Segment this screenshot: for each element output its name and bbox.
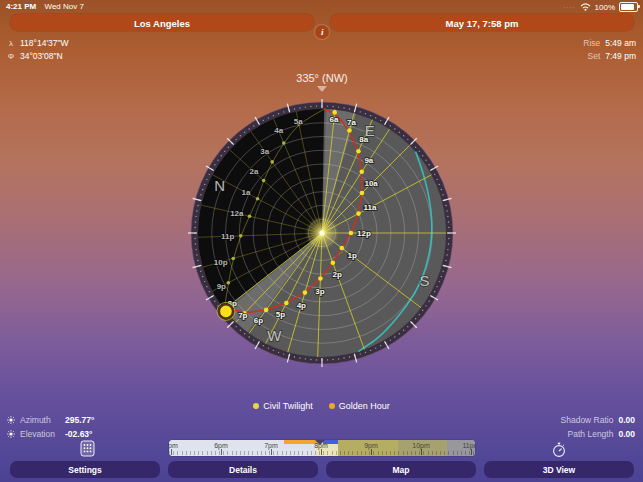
rise-label: Rise	[583, 38, 600, 48]
svg-text:3a: 3a	[260, 147, 269, 156]
longitude-icon: λ	[7, 39, 15, 48]
cardinal-W: W	[267, 327, 282, 344]
longitude-row: λ 118°14'37"W	[7, 38, 69, 48]
svg-text:7a: 7a	[347, 118, 356, 127]
hour-tick	[321, 449, 322, 455]
slider-hour-label: 9pm	[364, 442, 378, 449]
sun-compass-dial[interactable]: 6a7a8a9a10a11a12p1p2p3p4p5p6p7p8p9p10p11…	[157, 88, 487, 378]
legend-label: Civil Twilight	[263, 401, 312, 411]
cellular-signal-icon: ····	[564, 4, 576, 10]
nav-details-button[interactable]: Details	[168, 461, 318, 478]
civil-twilight-dot-icon	[253, 403, 259, 409]
svg-text:2a: 2a	[250, 167, 259, 176]
svg-text:1a: 1a	[242, 188, 251, 197]
latitude-value: 34°03'08"N	[20, 51, 63, 61]
datetime-button[interactable]: May 17, 7:58 pm	[330, 14, 634, 31]
latitude-icon: Φ	[7, 52, 15, 61]
azimuth-readout: Azimuth 295.77°	[7, 415, 94, 425]
legend-golden-hour: Golden Hour	[329, 401, 390, 411]
svg-text:3p: 3p	[315, 287, 324, 296]
hour-tick	[471, 449, 472, 455]
svg-text:1p: 1p	[348, 251, 357, 260]
hour-tick	[421, 449, 422, 455]
hour-tick	[371, 449, 372, 455]
svg-text:6p: 6p	[254, 316, 263, 325]
slider-hour-label: 7pm	[264, 442, 278, 449]
slider-hour-label: 11pm	[463, 442, 476, 449]
cardinal-E: E	[365, 122, 375, 139]
svg-text:10a: 10a	[364, 179, 378, 188]
app-screen: 4:21 PM Wed Nov 7 ···· 100% Los Angeles …	[0, 0, 643, 482]
timer-button[interactable]	[551, 442, 567, 461]
elevation-value: -02.63°	[65, 429, 93, 439]
svg-text:5a: 5a	[294, 117, 303, 126]
time-slider[interactable]: 5pm6pm7pm8pm9pm10pm11pm	[169, 440, 475, 456]
battery-icon	[619, 2, 638, 12]
battery-percent: 100%	[595, 3, 615, 12]
info-button[interactable]: i	[315, 25, 329, 39]
status-bar: 4:21 PM Wed Nov 7 ···· 100%	[0, 0, 643, 13]
location-button[interactable]: Los Angeles	[10, 14, 314, 31]
sunrise-row: Rise 5:49 am	[546, 38, 636, 48]
compass-heading: 335° (NW)	[252, 72, 392, 84]
shadow-ratio-readout: Shadow Ratio 0.00	[561, 415, 635, 425]
status-left: 4:21 PM Wed Nov 7	[6, 2, 84, 11]
rise-value: 5:49 am	[605, 38, 636, 48]
azimuth-value: 295.77°	[65, 415, 94, 425]
hour-tick	[271, 449, 272, 455]
slider-hour-label: 6pm	[214, 442, 228, 449]
svg-text:9p: 9p	[217, 282, 226, 291]
path-length-value: 0.00	[618, 429, 635, 439]
nav-map-button[interactable]: Map	[326, 461, 476, 478]
path-length-label: Path Length	[568, 429, 614, 439]
longitude-value: 118°14'37"W	[20, 38, 69, 48]
legend: Civil Twilight Golden Hour	[0, 401, 643, 411]
elevation-readout: Elevation -02.63°	[7, 429, 93, 439]
nav-settings-button[interactable]: Settings	[10, 461, 160, 478]
shadow-ratio-value: 0.00	[618, 415, 635, 425]
wifi-icon	[580, 3, 591, 11]
elevation-label: Elevation	[20, 429, 60, 439]
status-right: ···· 100%	[564, 2, 638, 12]
calculator-icon	[80, 440, 95, 457]
azimuth-label: Azimuth	[20, 415, 60, 425]
svg-text:6a: 6a	[329, 115, 338, 124]
sun-marker[interactable]	[217, 302, 235, 320]
calculator-button[interactable]	[80, 440, 95, 460]
sun-icon	[7, 430, 15, 438]
path-length-readout: Path Length 0.00	[568, 429, 635, 439]
hour-tick	[171, 449, 172, 455]
svg-text:4p: 4p	[297, 301, 306, 310]
status-date: Wed Nov 7	[44, 2, 83, 11]
hour-tick	[221, 449, 222, 455]
slider-thumb[interactable]	[315, 440, 325, 445]
stopwatch-icon	[551, 442, 567, 458]
svg-text:9a: 9a	[364, 156, 373, 165]
svg-text:7p: 7p	[238, 311, 247, 320]
set-label: Set	[588, 51, 601, 61]
svg-text:2p: 2p	[333, 270, 342, 279]
cardinal-N: N	[214, 177, 225, 194]
slider-hour-label: 10pm	[412, 442, 430, 449]
svg-text:12a: 12a	[230, 209, 244, 218]
svg-text:4a: 4a	[274, 126, 283, 135]
nav-3dview-button[interactable]: 3D View	[484, 461, 634, 478]
minute-ticks	[169, 451, 475, 455]
legend-label: Golden Hour	[339, 401, 390, 411]
cardinal-S: S	[419, 272, 429, 289]
status-time: 4:21 PM	[6, 2, 36, 11]
svg-text:11a: 11a	[364, 203, 377, 212]
svg-text:11p: 11p	[221, 232, 234, 241]
latitude-row: Φ 34°03'08"N	[7, 51, 63, 61]
sunset-row: Set 7:49 pm	[546, 51, 636, 61]
legend-civil-twilight: Civil Twilight	[253, 401, 312, 411]
shadow-ratio-label: Shadow Ratio	[561, 415, 614, 425]
slider-hour-label: 5pm	[169, 442, 178, 449]
svg-text:10p: 10p	[214, 258, 228, 267]
svg-text:12p: 12p	[357, 229, 371, 238]
svg-text:5p: 5p	[276, 310, 285, 319]
zenith-point	[320, 231, 325, 236]
golden-hour-dot-icon	[329, 403, 335, 409]
sun-icon	[7, 416, 15, 424]
set-value: 7:49 pm	[605, 51, 636, 61]
